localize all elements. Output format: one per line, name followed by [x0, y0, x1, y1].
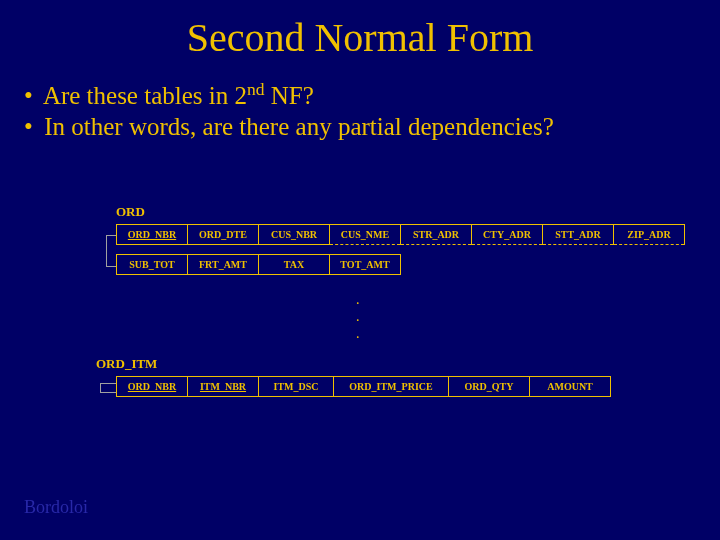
ord-table-row1: ORD_NBR ORD_DTE CUS_NBR CUS_NME STR_ADR …: [116, 224, 685, 245]
bullet-1-text-post: NF?: [264, 82, 313, 109]
orditm-cell: ORD_ITM_PRICE: [334, 377, 449, 397]
connector-bracket-icon: [100, 383, 117, 393]
ord-cell: STR_ADR: [401, 225, 472, 245]
bullet-dot-icon: •: [24, 111, 38, 142]
ord-cell: ZIP_ADR: [614, 225, 685, 245]
ord-cell: STT_ADR: [543, 225, 614, 245]
orditm-cell: ORD_QTY: [449, 377, 530, 397]
bullet-2: • In other words, are there any partial …: [24, 111, 554, 142]
ord-cell: ORD_DTE: [188, 225, 259, 245]
ord-cell: CUS_NME: [330, 225, 401, 245]
slide: Second Normal Form • Are these tables in…: [0, 0, 720, 540]
ord-cell: TAX: [259, 255, 330, 275]
orditm-cell: ITM_DSC: [259, 377, 334, 397]
bullet-dot-icon: •: [24, 80, 38, 111]
table-label-ord: ORD: [116, 204, 145, 220]
ord-cell: CTY_ADR: [472, 225, 543, 245]
ord-cell: ORD_NBR: [117, 225, 188, 245]
ord-cell: FRT_AMT: [188, 255, 259, 275]
ord-table-row2: SUB_TOT FRT_AMT TAX TOT_AMT: [116, 254, 401, 275]
ord-cell: CUS_NBR: [259, 225, 330, 245]
ord-cell: TOT_AMT: [330, 255, 401, 275]
dot: .: [356, 292, 360, 309]
bullet-list: • Are these tables in 2nd NF? • In other…: [24, 80, 554, 143]
slide-title: Second Normal Form: [0, 14, 720, 61]
bullet-1: • Are these tables in 2nd NF?: [24, 80, 554, 111]
bullet-1-text-pre: Are these tables in 2: [43, 82, 247, 109]
dot: .: [356, 326, 360, 343]
ord-cell: SUB_TOT: [117, 255, 188, 275]
orditm-cell: AMOUNT: [530, 377, 611, 397]
footer-author: Bordoloi: [24, 497, 88, 518]
table-label-orditm: ORD_ITM: [96, 356, 157, 372]
ellipsis-icon: . . .: [356, 292, 360, 342]
orditm-cell: ITM_NBR: [188, 377, 259, 397]
bullet-1-sup: nd: [247, 79, 265, 99]
bullet-2-text: In other words, are there any partial de…: [44, 113, 554, 140]
orditm-table: ORD_NBR ITM_NBR ITM_DSC ORD_ITM_PRICE OR…: [116, 376, 611, 397]
orditm-cell: ORD_NBR: [117, 377, 188, 397]
dot: .: [356, 309, 360, 326]
